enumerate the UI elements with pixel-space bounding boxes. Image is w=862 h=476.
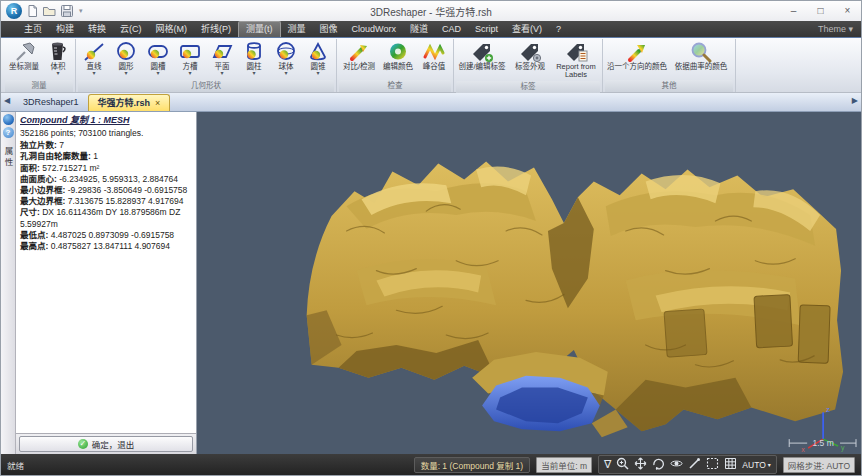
cylinder-button[interactable]: 圆柱 ▾ xyxy=(238,39,270,76)
peak-valley-icon xyxy=(422,40,446,63)
tab-close-icon[interactable]: × xyxy=(155,95,160,112)
ribbon: 坐标测量 体积 ▾ 测量 直线 ▾ 圆形 ▾ xyxy=(1,37,861,93)
tag-gear-icon xyxy=(517,40,543,63)
new-document-icon[interactable] xyxy=(26,4,39,18)
plane-button[interactable]: 平面 ▾ xyxy=(206,39,238,76)
menu-script[interactable]: Script xyxy=(468,21,505,37)
property-row: 最大边界框: 7.313675 15.828937 4.917694 xyxy=(20,196,192,207)
filter-nabla-icon[interactable]: ∇ xyxy=(604,459,611,470)
square-slot-button[interactable]: 方槽 ▾ xyxy=(174,39,206,76)
direction-arrow-icon xyxy=(625,40,649,63)
quick-access-toolbar: ▾ xyxy=(26,4,83,18)
menu-cloudworx[interactable]: CloudWorx xyxy=(345,21,403,37)
edit-colors-icon xyxy=(386,40,410,63)
menu-tunnel[interactable]: 隧道 xyxy=(403,21,435,37)
chevron-down-icon[interactable]: ▾ xyxy=(124,71,127,76)
tab-scroll-right-icon[interactable]: ▶ xyxy=(852,96,858,105)
coordinate-measure-button[interactable]: 坐标测量 xyxy=(5,39,43,71)
menu-image[interactable]: 图像 xyxy=(313,21,345,37)
menu-measure2[interactable]: 测量 xyxy=(281,21,313,37)
measure-pencil-icon[interactable] xyxy=(688,457,701,472)
menu-view[interactable]: 查看(V) xyxy=(505,21,549,37)
close-button[interactable]: × xyxy=(834,1,861,21)
orbit-icon[interactable] xyxy=(670,457,683,472)
doc-tab-3dreshaper1[interactable]: 3DReshaper1 xyxy=(14,94,88,111)
app-logo[interactable]: R xyxy=(6,3,22,19)
menu-polyline[interactable]: 折线(P) xyxy=(194,21,238,37)
zoom-icon[interactable] xyxy=(616,457,629,472)
group-label-other: 其他 xyxy=(605,80,733,92)
menu-construct[interactable]: 构建 xyxy=(49,21,81,37)
color-by-curvature-button[interactable]: 依据曲率的颜色 xyxy=(669,39,733,71)
menu-cloud[interactable]: 云(C) xyxy=(113,21,149,37)
property-row: 尺寸: DX 16.611436m DY 18.879586m DZ 5.599… xyxy=(20,207,192,229)
minimize-button[interactable]: – xyxy=(780,1,807,21)
cylinder-icon xyxy=(242,40,266,63)
group-label-shapes: 几何形状 xyxy=(78,80,334,92)
menu-home[interactable]: 主页 xyxy=(17,21,49,37)
help-icon[interactable]: ? xyxy=(3,127,14,138)
chevron-down-icon[interactable]: ▾ xyxy=(284,71,287,76)
grid-icon[interactable] xyxy=(724,457,737,472)
selection-rectangle-icon[interactable] xyxy=(706,457,719,472)
sphere-button[interactable]: 球体 ▾ xyxy=(270,39,302,76)
ok-exit-button[interactable]: ✓ 确定，退出 xyxy=(19,436,193,452)
mesh-3d-model[interactable]: z x y 1.5 m xyxy=(197,112,861,454)
theme-selector[interactable]: Theme ▾ xyxy=(810,21,861,37)
compare-inspect-icon xyxy=(347,40,371,63)
chevron-down-icon[interactable]: ▾ xyxy=(252,71,255,76)
round-slot-button[interactable]: 圆槽 ▾ xyxy=(142,39,174,76)
report-from-labels-button[interactable]: Report from Labels xyxy=(552,39,600,80)
round-slot-icon xyxy=(146,40,170,63)
property-row: 最低点: 4.487025 0.8973099 -0.6915758 xyxy=(20,230,192,241)
menu-transform[interactable]: 转换 xyxy=(81,21,113,37)
group-label-measure: 测量 xyxy=(5,80,73,92)
chevron-down-icon[interactable]: ▾ xyxy=(92,71,95,76)
label-appearance-button[interactable]: 标签外观 xyxy=(508,39,552,71)
selection-count[interactable]: 数量: 1 (Compound 复制 1) xyxy=(414,457,531,473)
pan-icon[interactable] xyxy=(634,457,647,472)
chevron-down-icon[interactable]: ▾ xyxy=(316,71,319,76)
qat-dropdown-icon[interactable]: ▾ xyxy=(79,7,83,15)
view-sphere-icon[interactable] xyxy=(3,114,14,125)
doc-tab-active[interactable]: 华强方特.rsh × xyxy=(88,94,171,111)
mesh-stats: 352186 points; 703100 triangles. xyxy=(20,128,192,139)
color-along-direction-button[interactable]: 沿一个方向的颜色 xyxy=(605,39,669,71)
rotate-view-icon[interactable] xyxy=(652,457,665,472)
volume-button[interactable]: 体积 ▾ xyxy=(43,39,73,76)
3d-viewport[interactable]: z x y 1.5 m xyxy=(197,112,861,454)
properties-tab-label[interactable]: 属性 xyxy=(2,147,14,168)
chevron-down-icon[interactable]: ▾ xyxy=(220,71,223,76)
cone-button[interactable]: 圆锥 ▾ xyxy=(302,39,334,76)
square-slot-icon xyxy=(178,40,202,63)
properties-panel-body: Compound 复制 1 : MESH 352186 points; 7031… xyxy=(16,112,196,433)
menu-cad[interactable]: CAD xyxy=(435,21,468,37)
hammer-icon xyxy=(12,40,36,63)
circle-button[interactable]: 圆形 ▾ xyxy=(110,39,142,76)
ribbon-group-measure: 坐标测量 体积 ▾ 测量 xyxy=(3,39,76,92)
open-file-icon[interactable] xyxy=(42,4,57,18)
titlebar: R ▾ 3DReshaper - 华强方特.rsh – □ × xyxy=(1,1,861,21)
chevron-down-icon[interactable]: ▾ xyxy=(156,71,159,76)
compare-inspect-button[interactable]: 对比/检测 xyxy=(339,39,379,71)
save-icon[interactable] xyxy=(60,4,74,18)
group-label-labels: 标签 xyxy=(456,81,600,93)
menu-mesh[interactable]: 网格(M) xyxy=(149,21,195,37)
plane-icon xyxy=(210,40,234,63)
create-edit-label-button[interactable]: 创建/编辑标签 xyxy=(456,39,508,71)
maximize-button[interactable]: □ xyxy=(807,1,834,21)
edit-colors-button[interactable]: 编辑颜色 xyxy=(379,39,417,71)
ribbon-group-shapes: 直线 ▾ 圆形 ▾ 圆槽 ▾ 方槽 ▾ xyxy=(76,39,337,92)
tab-scroll-left-icon[interactable]: ◀ xyxy=(4,96,10,105)
property-row: 面积: 572.715271 m² xyxy=(20,163,192,174)
chevron-down-icon[interactable]: ▾ xyxy=(56,71,59,76)
peak-valley-button[interactable]: 峰谷值 xyxy=(417,39,451,71)
menu-measure-active[interactable]: 测量(t) xyxy=(238,21,281,37)
menu-help[interactable]: ? xyxy=(549,21,568,37)
chevron-down-icon[interactable]: ▾ xyxy=(188,71,191,76)
property-row: 最高点: 0.4875827 13.847111 4.907694 xyxy=(20,241,192,252)
auto-mode-dropdown[interactable]: AUTO ▾ xyxy=(742,460,770,470)
curvature-magnifier-icon xyxy=(689,40,713,63)
svg-text:x: x xyxy=(801,446,805,453)
line-button[interactable]: 直线 ▾ xyxy=(78,39,110,76)
